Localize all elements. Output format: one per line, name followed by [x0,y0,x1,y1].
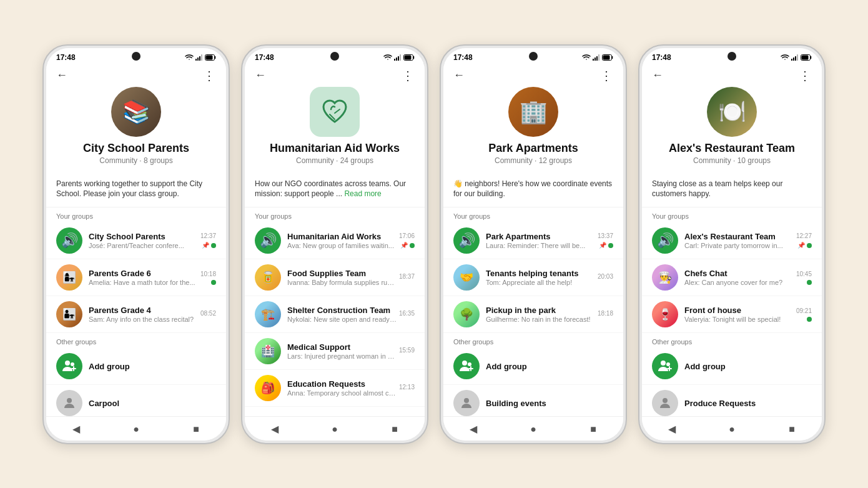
group-item[interactable]: 🌳 Pickup in the park Guilherme: No rain … [443,296,623,333]
group-info: Tenants helping tenants Tom: Appreciate … [486,269,595,286]
home-nav-button[interactable]: ● [526,422,541,437]
scroll-area[interactable]: Your groups 🔊 Alex's Restaurant Team Car… [642,207,822,416]
nav-bar: ← ⋮ [46,64,226,87]
back-button[interactable]: ← [453,69,465,82]
group-info: Alex's Restaurant Team Carl: Private par… [684,232,794,249]
community-header: 🍽️ Alex's Restaurant Team Community · 10… [642,87,822,172]
phone-2: 17:48 [241,44,428,444]
phone-screen: 17:48 [443,48,623,441]
scroll-area[interactable]: Your groups 🔊 Park Apartments Laura: Rem… [443,207,623,416]
your-groups-label: Your groups [443,207,623,222]
svg-rect-9 [394,59,395,61]
group-item[interactable]: 🔊 Park Apartments Laura: Reminder: There… [443,222,623,259]
svg-rect-14 [405,55,412,59]
community-header: Humanitarian Aid Works Community · 24 gr… [245,87,425,172]
back-nav-button[interactable]: ◀ [69,422,84,437]
group-last-msg: Guilherme: No rain in the forecast! [486,316,595,323]
recents-nav-button[interactable]: ■ [586,422,601,437]
more-options-button[interactable]: ⋮ [799,68,812,83]
signal-icon [394,54,402,61]
group-item[interactable]: 🤝 Tenants helping tenants Tom: Appreciat… [443,259,623,296]
status-dot [608,243,613,248]
community-description: Parents working together to support the … [46,172,226,208]
group-name: Add group [89,362,216,371]
phone-screen: 17:48 [46,48,226,441]
back-button[interactable]: ← [56,69,67,82]
status-bar: 17:48 [46,48,226,64]
home-nav-button[interactable]: ● [724,422,739,437]
group-item[interactable]: 🎒 Education Requests Anna: Temporary sch… [245,370,425,407]
svg-rect-1 [197,57,199,61]
svg-point-7 [71,362,74,366]
recents-nav-button[interactable]: ■ [784,422,799,437]
svg-point-8 [67,398,72,403]
back-button[interactable]: ← [255,69,266,82]
group-item[interactable]: 🥫 Food Supplies Team Ivanna: Baby formul… [245,259,425,296]
group-item[interactable]: 🔊 Alex's Restaurant Team Carl: Private p… [642,222,822,259]
add-group-item[interactable]: Add group [642,348,822,385]
svg-point-31 [666,362,670,366]
signal-icon [791,54,799,61]
group-time: 12:27 📌 [796,232,812,249]
signal-icon [195,54,203,61]
group-item[interactable]: 🏥 Medical Support Lars: Injured pregnant… [245,333,425,370]
svg-rect-12 [400,54,401,61]
camera-notch [727,52,736,61]
group-item[interactable]: 👨‍👧 Parents Grade 4 Sam: Any info on the… [46,296,226,333]
more-options-button[interactable]: ⋮ [203,68,216,83]
community-meta: Community · 12 groups [495,156,572,165]
add-group-item[interactable]: Add group [443,348,623,385]
other-group-item[interactable]: Carpool [46,385,226,416]
back-nav-button[interactable]: ◀ [664,422,679,437]
add-group-item[interactable]: Add group [46,348,226,385]
home-nav-button[interactable]: ● [327,422,342,437]
camera-notch [132,52,141,61]
home-nav-button[interactable]: ● [129,422,144,437]
svg-point-23 [464,398,469,403]
group-name: Chefs Chat [684,269,794,278]
svg-rect-18 [598,54,599,61]
group-name: Parents Grade 4 [89,306,198,315]
status-dot [807,243,812,248]
back-nav-button[interactable]: ◀ [267,422,282,437]
group-item[interactable]: 👩‍👧 Parents Grade 6 Amelia: Have a math … [46,259,226,296]
group-name: Add group [486,362,613,371]
group-time: 18:37 [399,273,415,282]
group-last-msg: Sam: Any info on the class recital? [89,316,198,323]
community-name: Humanitarian Aid Works [270,142,400,155]
group-item[interactable]: 🔊 City School Parents José: Parent/Teach… [46,222,226,259]
group-time: 08:52 [200,310,216,319]
group-item[interactable]: 🔊 Humanitarian Aid Works Ava: New group … [245,222,425,259]
back-button[interactable]: ← [652,69,663,82]
svg-rect-2 [199,56,200,61]
back-nav-button[interactable]: ◀ [466,422,481,437]
group-item[interactable]: 🍷 Front of house Valeryia: Tonight will … [642,296,822,333]
status-bar: 17:48 [642,48,822,64]
status-dot [807,317,812,322]
group-item[interactable]: 👨‍🍳 Chefs Chat Alex: Can anyone cover fo… [642,259,822,296]
svg-rect-27 [797,54,798,61]
recents-nav-button[interactable]: ■ [387,422,402,437]
other-group-item[interactable]: Produce Requests [642,385,822,416]
community-name: Alex's Restaurant Team [669,142,795,155]
recents-nav-button[interactable]: ■ [189,422,204,437]
scroll-area[interactable]: Your groups 🔊 City School Parents José: … [46,207,226,416]
read-more-link[interactable]: Read more [344,189,381,198]
status-icons [582,54,613,61]
group-name: Humanitarian Aid Works [287,232,397,241]
other-groups-list: Add group Produce Requests [642,348,822,416]
group-item[interactable]: 🏗️ Shelter Construction Team Nykolai: Ne… [245,296,425,333]
signal-icon [593,54,600,61]
group-time: 13:37 📌 [598,232,613,249]
community-name: City School Parents [83,142,189,155]
svg-rect-16 [594,57,596,61]
bottom-navigation: ◀ ● ■ [443,416,623,441]
more-options-button[interactable]: ⋮ [600,68,613,83]
more-options-button[interactable]: ⋮ [402,68,415,83]
svg-point-22 [468,362,471,366]
wifi-icon [383,54,392,61]
scroll-area[interactable]: Your groups 🔊 Humanitarian Aid Works Ava… [245,207,425,416]
battery-icon [205,54,216,61]
other-group-item[interactable]: Building events [443,385,623,416]
battery-icon [403,54,415,61]
